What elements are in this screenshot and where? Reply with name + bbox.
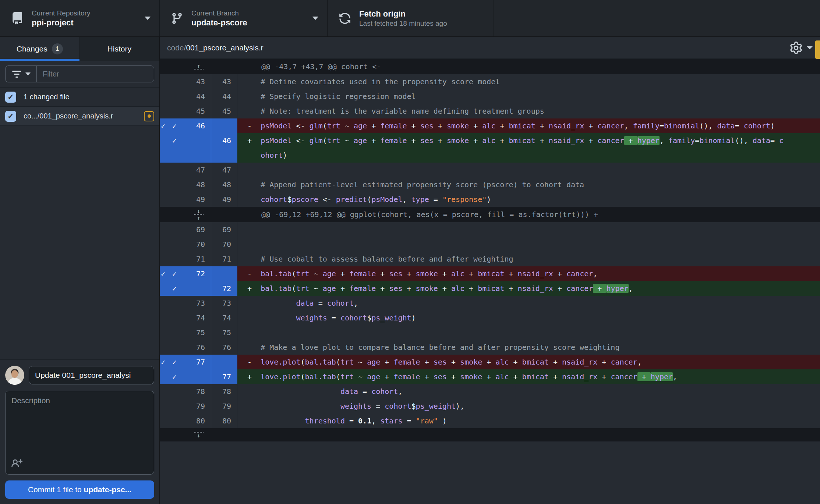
diff-row: 4444 # Specify logistic regression model	[160, 89, 820, 104]
add-coauthor-icon[interactable]	[11, 458, 22, 469]
line-number-old[interactable]: 79	[166, 399, 211, 414]
tab-changes[interactable]: Changes 1	[0, 37, 80, 61]
line-number-old[interactable]: 49	[166, 192, 211, 207]
line-number-new[interactable]: 76	[211, 340, 237, 355]
line-select-strip[interactable]	[160, 384, 166, 399]
hunk-expand-button[interactable]: ↓↑	[160, 207, 237, 222]
line-number-new[interactable]: 70	[211, 237, 237, 252]
line-number-new[interactable]: 71	[211, 252, 237, 266]
line-select-strip[interactable]	[160, 177, 166, 192]
line-number-new[interactable]	[211, 118, 237, 133]
line-number-new[interactable]: 78	[211, 384, 237, 399]
line-number-old[interactable]: ✓	[166, 133, 211, 148]
line-number-old[interactable]: ✓72	[166, 266, 211, 281]
line-number-old[interactable]: 78	[166, 384, 211, 399]
chevron-down-icon	[807, 46, 813, 49]
line-number-old[interactable]: 69	[166, 222, 211, 237]
line-number-new[interactable]: 45	[211, 104, 237, 118]
line-number-new[interactable]: 69	[211, 222, 237, 237]
line-select-strip[interactable]	[160, 310, 166, 325]
line-number-old[interactable]: 45	[166, 104, 211, 118]
changed-file-row[interactable]: co.../001_pscore_analysis.r	[0, 107, 159, 126]
line-select-strip[interactable]	[160, 340, 166, 355]
line-number-new[interactable]: 44	[211, 89, 237, 104]
line-number-old[interactable]: 70	[166, 237, 211, 252]
changed-files-header: 1 changed file	[0, 88, 159, 107]
diff-row: 8080 threshold = 0.1, stars = "raw" )	[160, 414, 820, 428]
line-number-new[interactable]: 46	[211, 133, 237, 148]
line-select-strip[interactable]	[160, 252, 166, 266]
fetch-subtitle: Last fetched 18 minutes ago	[359, 19, 485, 28]
filter-input[interactable]	[37, 66, 154, 82]
line-number-old[interactable]: 74	[166, 310, 211, 325]
line-number-old[interactable]: 71	[166, 252, 211, 266]
current-repository-selector[interactable]: Current Repository ppi-project	[0, 0, 160, 36]
line-select-strip[interactable]	[160, 104, 166, 118]
code-line: + psModel <- glm(trt ~ age + female + se…	[237, 133, 820, 148]
code-line	[237, 325, 820, 340]
line-number-old[interactable]	[166, 148, 211, 163]
line-number-new[interactable]: 48	[211, 177, 237, 192]
commit-button[interactable]: Commit 1 file to update-psc...	[5, 480, 154, 499]
line-number-new[interactable]: 73	[211, 296, 237, 310]
line-number-old[interactable]: 44	[166, 89, 211, 104]
diff-options[interactable]	[790, 42, 813, 54]
line-number-old[interactable]: 73	[166, 296, 211, 310]
line-number-new[interactable]: 74	[211, 310, 237, 325]
line-number-new[interactable]	[211, 148, 237, 163]
avatar	[5, 366, 24, 385]
line-number-old[interactable]: 75	[166, 325, 211, 340]
line-select-strip[interactable]: ✓	[160, 118, 166, 133]
line-select-strip[interactable]	[160, 192, 166, 207]
line-select-strip[interactable]	[160, 414, 166, 428]
toolbar-empty-space	[494, 0, 820, 36]
commit-summary-input[interactable]	[29, 366, 154, 384]
line-number-old[interactable]: ✓46	[166, 118, 211, 133]
line-select-strip[interactable]	[160, 74, 166, 89]
line-select-strip[interactable]	[160, 325, 166, 340]
code-line: # Note: treatment is the variable name d…	[237, 104, 820, 118]
file-checkbox[interactable]	[5, 111, 16, 122]
code-line: - bal.tab(trt ~ age + female + ses + smo…	[237, 266, 820, 281]
line-select-strip[interactable]	[160, 222, 166, 237]
current-branch-selector[interactable]: Current Branch update-pscore	[160, 0, 328, 36]
line-number-new[interactable]: 77	[211, 369, 237, 384]
hunk-expand-button[interactable]: ↓	[160, 428, 237, 441]
line-number-new[interactable]: 47	[211, 163, 237, 177]
line-number-old[interactable]: ✓77	[166, 355, 211, 369]
line-number-new[interactable]	[211, 355, 237, 369]
line-number-new[interactable]: 75	[211, 325, 237, 340]
line-select-strip[interactable]	[160, 369, 166, 384]
line-select-strip[interactable]	[160, 399, 166, 414]
line-number-new[interactable]: 49	[211, 192, 237, 207]
diff-row: 6969	[160, 222, 820, 237]
hunk-expand-button[interactable]: ↑	[160, 59, 237, 74]
line-select-strip[interactable]	[160, 237, 166, 252]
line-select-strip[interactable]	[160, 296, 166, 310]
commit-description-input[interactable]	[6, 391, 154, 450]
line-number-old[interactable]: 47	[166, 163, 211, 177]
line-number-old[interactable]: 80	[166, 414, 211, 428]
select-all-checkbox[interactable]	[5, 92, 16, 103]
line-number-new[interactable]: 80	[211, 414, 237, 428]
line-number-new[interactable]	[211, 266, 237, 281]
line-number-new[interactable]: 79	[211, 399, 237, 414]
tab-history[interactable]: History	[80, 37, 160, 61]
line-number-old[interactable]: 43	[166, 74, 211, 89]
fetch-origin-button[interactable]: Fetch origin Last fetched 18 minutes ago	[328, 0, 494, 36]
code-line: threshold = 0.1, stars = "raw" )	[237, 414, 820, 428]
line-select-strip[interactable]: ✓	[160, 355, 166, 369]
line-select-strip[interactable]	[160, 89, 166, 104]
line-number-old[interactable]: ✓	[166, 281, 211, 296]
line-select-strip[interactable]	[160, 281, 166, 296]
filter-options-button[interactable]	[6, 66, 37, 82]
line-number-new[interactable]: 43	[211, 74, 237, 89]
line-number-old[interactable]: 48	[166, 177, 211, 192]
line-number-old[interactable]: ✓	[166, 369, 211, 384]
line-select-strip[interactable]	[160, 148, 166, 163]
line-select-strip[interactable]	[160, 163, 166, 177]
line-number-new[interactable]: 72	[211, 281, 237, 296]
line-number-old[interactable]: 76	[166, 340, 211, 355]
line-select-strip[interactable]	[160, 133, 166, 148]
line-select-strip[interactable]: ✓	[160, 266, 166, 281]
